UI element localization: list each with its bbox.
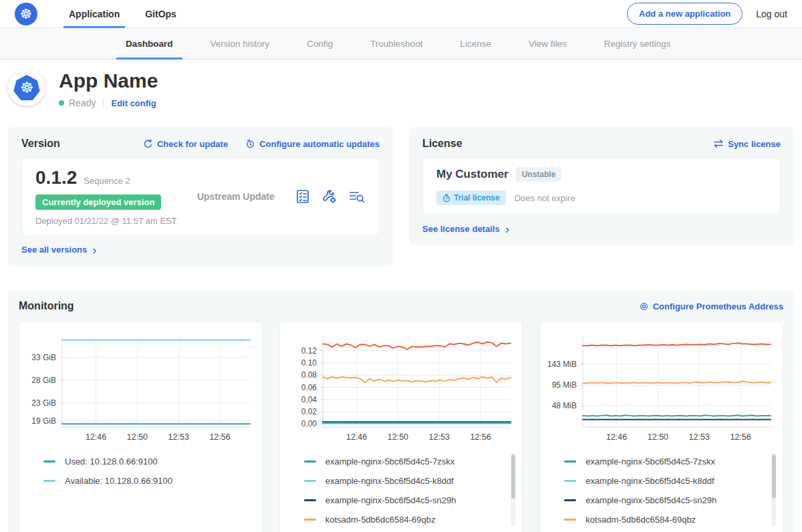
chevron-right-icon: › [92,247,96,253]
svg-text:12:46: 12:46 [606,432,627,442]
svg-text:12:50: 12:50 [648,432,668,442]
topnav-tab-application[interactable]: Application [56,0,132,28]
svg-text:12:53: 12:53 [168,432,189,442]
legend-item: Used: 10.128.0.66:9100 [43,452,245,471]
legend-swatch [304,499,316,501]
divider [103,98,104,108]
top-navbar: ☸ ApplicationGitOps Add a new applicatio… [0,0,802,28]
refresh-icon [143,139,153,149]
preflight-checks-icon[interactable] [295,188,311,205]
legend-label: example-nginx-5bc6f5d4c5-k8ddf [325,476,454,486]
charts-row: 19 GiB23 GiB28 GiB33 GiB12:4612:5012:531… [19,321,783,532]
subnav-tab-version-history[interactable]: Version history [192,28,289,59]
svg-text:28 GiB: 28 GiB [31,376,56,385]
license-summary-row: My Customer Unstable Trial license Does … [422,158,781,215]
sync-arrows-icon [713,139,724,148]
legend-swatch [564,519,576,521]
cpu-usage-chart: 0.000.020.040.060.080.100.1212:4612:5012… [285,330,516,445]
svg-text:48 MiB: 48 MiB [552,401,577,410]
subnav-tab-dashboard[interactable]: Dashboard [107,28,192,59]
license-card-title: License [422,138,462,150]
version-card: Version Check for update Configure autom… [8,127,393,266]
app-header: ☸ App Name Ready Edit config [0,59,802,119]
memory-usage-chart-card: 48 MiB95 MiB143 MiB12:4612:5012:5312:56 … [539,321,783,532]
legend-label: Used: 10.128.0.66:9100 [65,456,158,467]
legend-scrollbar[interactable] [771,453,776,527]
subnav-tab-license[interactable]: License [441,28,510,59]
channel-badge: Unstable [516,167,562,182]
legend-scrollbar-thumb[interactable] [511,454,515,499]
legend-item: example-nginx-5bc6f5d4c5-k8ddf [304,471,505,491]
svg-text:12:53: 12:53 [689,432,710,442]
subnav-tab-view-files[interactable]: View files [510,28,585,59]
current-version-row: 0.1.2 Sequence 2 Currently deployed vers… [21,158,380,235]
cpu-usage-legend: example-nginx-5bc6f5d4c5-7zskxexample-ng… [304,452,517,529]
svg-text:0.10: 0.10 [301,358,317,368]
deployed-timestamp: Deployed 01/21/22 @ 11:57 am EST [35,216,177,226]
svg-text:0.12: 0.12 [301,346,317,356]
legend-swatch [43,460,55,462]
currently-deployed-badge: Currently deployed version [35,194,161,210]
configure-automatic-updates-link[interactable]: Configure automatic updates [245,139,380,149]
legend-swatch [564,460,576,462]
chevron-right-icon: › [505,226,509,233]
legend-label: example-nginx-5bc6f5d4c5-7zskx [585,456,715,467]
svg-text:0.08: 0.08 [301,370,317,380]
topnav-right: Add a new application Log out [627,3,787,25]
svg-text:0.04: 0.04 [301,395,317,404]
see-all-versions-link[interactable]: See all versions› [21,245,97,255]
subnav-tab-config[interactable]: Config [288,28,352,59]
svg-text:12:53: 12:53 [428,432,449,442]
clock-refresh-icon [245,139,255,149]
see-license-details-link[interactable]: See license details› [422,224,509,234]
config-wrench-icon[interactable] [321,188,338,205]
legend-label: example-nginx-5bc6f5d4c5-7zskx [325,456,455,467]
memory-usage-legend: example-nginx-5bc6f5d4c5-7zskxexample-ng… [564,452,777,529]
legend-label: kotsadm-5db6dc6584-69qbz [585,515,696,525]
legend-item: example-nginx-5bc6f5d4c5-7zskx [564,452,765,471]
version-card-title: Version [21,138,60,150]
version-number: 0.1.2 [35,167,77,188]
app-subnav: DashboardVersion historyConfigTroublesho… [0,28,802,59]
version-sequence: Sequence 2 [84,176,130,186]
check-for-update-link[interactable]: Check for update [143,139,228,149]
svg-text:23 GiB: 23 GiB [31,398,56,408]
customer-name: My Customer [436,168,509,181]
topnav-tab-gitops[interactable]: GitOps [132,0,189,28]
configure-prometheus-link[interactable]: Configure Prometheus Address [639,301,783,311]
svg-text:0.06: 0.06 [301,383,317,392]
legend-item: kotsadm-5db6dc6584-69qbz [564,510,765,529]
svg-text:12:56: 12:56 [209,432,230,442]
legend-scrollbar[interactable] [511,453,515,527]
svg-text:12:50: 12:50 [127,432,148,442]
logout-button[interactable]: Log out [756,9,787,19]
disk-usage-chart-card: 19 GiB23 GiB28 GiB33 GiB12:4612:5012:531… [19,321,263,532]
status-dot [59,100,64,106]
svg-text:0.00: 0.00 [301,419,317,428]
legend-label: example-nginx-5bc6f5d4c5-k8ddf [585,476,714,486]
trial-license-badge: Trial license [436,190,506,205]
legend-item: example-nginx-5bc6f5d4c5-sn29h [304,491,505,510]
legend-swatch [304,519,316,521]
legend-swatch [304,460,316,462]
legend-swatch [304,480,316,482]
subnav-tab-registry-settings[interactable]: Registry settings [585,28,690,59]
kubernetes-logo-icon: ☸ [15,3,37,25]
add-new-application-button[interactable]: Add a new application [627,3,743,25]
legend-swatch [43,480,55,482]
edit-config-link[interactable]: Edit config [111,98,156,108]
subnav-tab-troubleshoot[interactable]: Troubleshoot [352,28,441,59]
legend-item: example-nginx-5bc6f5d4c5-k8ddf [564,471,765,491]
sync-license-link[interactable]: Sync license [713,139,781,149]
legend-label: Available: 10.128.0.66:9100 [65,476,172,486]
legend-swatch [564,480,576,482]
svg-text:33 GiB: 33 GiB [31,353,56,362]
memory-usage-chart: 48 MiB95 MiB143 MiB12:4612:5012:5312:56 [545,330,776,445]
legend-item: Available: 10.128.0.66:9100 [43,471,245,491]
license-card: License Sync license My Customer Unstabl… [409,127,794,245]
legend-item: example-nginx-5bc6f5d4c5-7zskx [304,452,505,471]
legend-scrollbar-thumb[interactable] [772,454,776,499]
deploy-logs-icon[interactable] [348,188,366,205]
disk-usage-chart: 19 GiB23 GiB28 GiB33 GiB12:4612:5012:531… [25,330,255,445]
legend-label: example-nginx-5bc6f5d4c5-sn29h [585,495,716,505]
